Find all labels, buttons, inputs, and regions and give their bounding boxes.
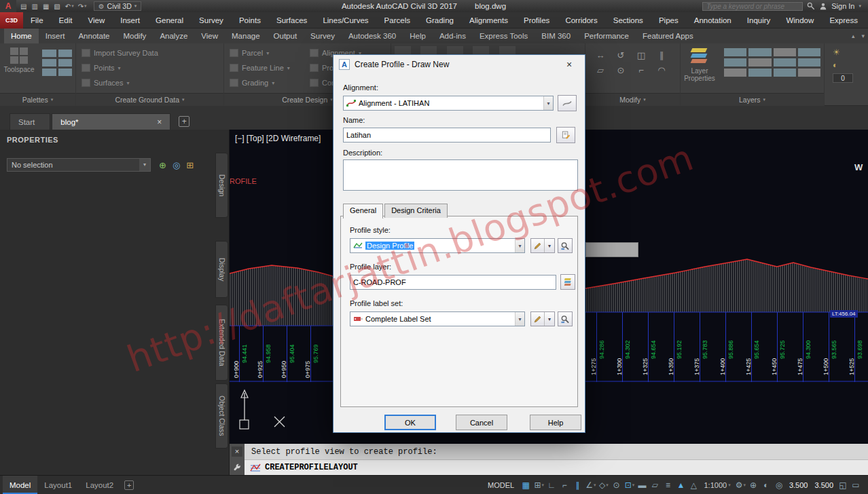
chevron-down-icon[interactable]: ▾	[544, 239, 554, 252]
layer-tool-buttons[interactable]	[724, 48, 820, 77]
workspace-switching-icon[interactable]: ⚙▾	[734, 476, 747, 494]
layer-tool-icon[interactable]	[774, 69, 796, 77]
label-set-preview-button[interactable]	[558, 311, 573, 326]
ribbon-tab[interactable]: Help	[403, 28, 433, 43]
c3d-logo[interactable]: C3D	[0, 12, 23, 28]
viewport-control[interactable]: [Top]	[247, 134, 264, 143]
selection-cycling-icon[interactable]: ≡	[662, 476, 674, 494]
palette-side-tab[interactable]: Design	[215, 153, 228, 218]
dialog-tab[interactable]: General	[343, 204, 383, 218]
menu-item[interactable]: Window	[784, 12, 816, 28]
explode-icon[interactable]: ⊙	[611, 64, 630, 77]
help-button[interactable]: Help	[530, 415, 581, 430]
isolate-objects-icon[interactable]: ◐	[760, 476, 773, 494]
style-preview-button[interactable]	[558, 238, 573, 253]
panel-footer-layers[interactable]: Layers▾	[681, 93, 824, 106]
selection-dropdown[interactable]: No selection ▾	[7, 158, 151, 172]
palette-side-tab[interactable]: Display	[215, 241, 228, 298]
chevron-down-icon[interactable]: ▾	[858, 3, 861, 9]
qat-new-icon[interactable]: ▤	[19, 3, 29, 10]
qat-redo-icon[interactable]: ↷▾	[77, 3, 88, 10]
viewcube-west-label[interactable]: W	[854, 162, 863, 172]
menu-item[interactable]: Insert	[118, 12, 142, 28]
dialog-titlebar[interactable]: A Create Profile - Draw New ×	[333, 55, 585, 74]
transparency-icon[interactable]: ▱	[649, 476, 662, 494]
menu-item[interactable]: Sections	[611, 12, 645, 28]
command-input-row[interactable]: CREATEPROFILELAYOUT	[245, 460, 868, 475]
ribbon-tab[interactable]: Annotate	[71, 28, 116, 43]
close-icon[interactable]: ×	[157, 117, 162, 127]
edit-style-button[interactable]: ▾	[530, 238, 555, 253]
ribbon-tab[interactable]: Analyze	[153, 28, 194, 43]
layout-tab[interactable]: Layout2	[79, 476, 120, 494]
contrast-icon[interactable]: ◐	[833, 60, 868, 70]
palette-side-tab[interactable]: Extended Data	[215, 305, 228, 381]
alignment-combobox[interactable]: Alignment - LATIHAN ▾	[343, 96, 554, 111]
ribbon-button[interactable]: Import Survey Data	[76, 45, 223, 60]
command-prompt[interactable]: Select profile view to create profile:	[245, 444, 868, 460]
menu-item[interactable]: Edit	[57, 12, 75, 28]
autocad-logo[interactable]: A	[0, 0, 16, 12]
menu-item[interactable]: File	[29, 12, 46, 28]
layer-tool-icon[interactable]	[748, 69, 771, 77]
menu-item[interactable]: Surfaces	[274, 12, 309, 28]
ribbon-tab[interactable]: Modify	[117, 28, 153, 43]
chevron-down-icon[interactable]: ▾	[544, 312, 554, 326]
ribbon-tab[interactable]: Featured Apps	[636, 28, 700, 43]
layer-tool-icon[interactable]	[748, 48, 771, 56]
palette-cell-icon[interactable]	[58, 59, 73, 66]
menu-item[interactable]: Pipes	[657, 12, 681, 28]
menu-item[interactable]: Corridors	[563, 12, 599, 28]
offset-icon[interactable]: ∥	[652, 49, 671, 62]
polar-tracking-icon[interactable]: ∠▾	[584, 476, 597, 494]
search-icon[interactable]	[807, 2, 815, 10]
toolspace-button[interactable]: Toolspace	[0, 43, 38, 73]
file-tab[interactable]: Start	[10, 113, 50, 130]
ribbon-tab[interactable]: Manage	[225, 28, 267, 43]
qat-plot-icon[interactable]: ▧	[52, 3, 62, 10]
quick-select-icon[interactable]: ⊞	[186, 160, 194, 170]
fillet-icon[interactable]: ◠	[652, 64, 671, 77]
palette-cell-icon[interactable]	[42, 59, 56, 66]
sign-in-button[interactable]: Sign In	[831, 2, 854, 10]
layer-tool-icon[interactable]	[724, 69, 746, 77]
graphics-performance-icon[interactable]: ◎	[773, 476, 786, 494]
pickadd-toggle-icon[interactable]: ⊕	[159, 160, 166, 170]
ribbon-tab[interactable]: Survey	[304, 28, 342, 43]
panel-footer-create-ground-data[interactable]: Create Ground Data▾	[76, 93, 223, 106]
chevron-down-icon[interactable]: ▾	[858, 33, 868, 39]
erase-icon[interactable]: ▱	[591, 64, 610, 77]
select-objects-icon[interactable]: ◎	[173, 160, 180, 170]
profile-label-set-combobox[interactable]: Complete Label Set ▾	[350, 311, 525, 326]
close-icon[interactable]: ×	[559, 59, 579, 70]
ribbon-tab[interactable]: Output	[267, 28, 304, 43]
ribbon-tab[interactable]: Autodesk 360	[342, 28, 403, 43]
ribbon-button[interactable]: Surfaces ▾	[76, 75, 223, 90]
viewport-control[interactable]: [−]	[235, 134, 245, 143]
panel-footer-modify[interactable]: Modify▾	[585, 93, 680, 106]
menu-item[interactable]: Points	[237, 12, 263, 28]
file-tab[interactable]: blog* ×	[52, 113, 170, 130]
qat-open-icon[interactable]: ▥	[30, 3, 39, 10]
qat-save-icon[interactable]: ▦	[41, 3, 51, 10]
palette-cell-icon[interactable]	[42, 69, 56, 76]
palette-side-tab[interactable]: Object Class	[215, 383, 228, 449]
layer-select-button[interactable]	[560, 274, 575, 290]
mirror-icon[interactable]: ◫	[632, 49, 651, 62]
description-textarea[interactable]	[343, 159, 578, 191]
name-input[interactable]	[343, 128, 551, 142]
menu-item[interactable]: Parcels	[382, 12, 412, 28]
ribbon-tab[interactable]: View	[194, 28, 225, 43]
ribbon-tab[interactable]: Home	[4, 28, 39, 43]
menu-item[interactable]: Annotation	[692, 12, 734, 28]
clean-screen-icon[interactable]: ◱	[837, 476, 850, 494]
model-space-label[interactable]: MODEL	[488, 481, 514, 489]
ribbon-minimize-icon[interactable]: ▴	[848, 33, 858, 39]
customization-icon[interactable]: ▭	[850, 476, 863, 494]
annotation-scale-button[interactable]: 1:1000▾	[700, 481, 734, 489]
grid-display-icon[interactable]: ▦	[520, 476, 532, 494]
layer-tool-icon[interactable]	[798, 69, 820, 77]
ribbon-button[interactable]: Grading ▾	[224, 75, 304, 90]
viewport-control[interactable]: [2D Wireframe]	[266, 134, 321, 143]
snap-mode-icon[interactable]: ⊞▾	[532, 476, 545, 494]
